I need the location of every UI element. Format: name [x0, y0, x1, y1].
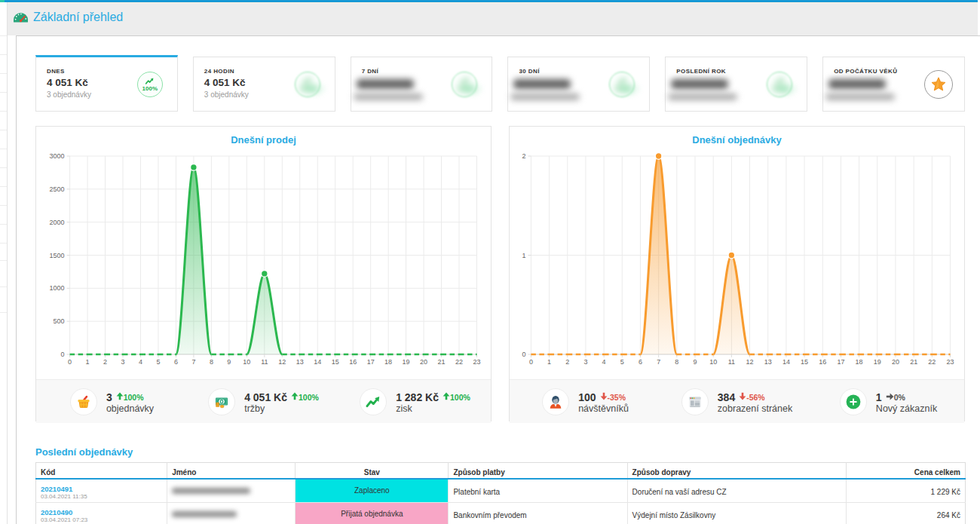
- up-arrow-icon: [443, 391, 450, 403]
- stat-card-4[interactable]: POSLEDNÍ ROK100%: [665, 57, 807, 112]
- svg-text:1: 1: [86, 358, 90, 366]
- svg-text:7: 7: [657, 358, 660, 366]
- order-code-link[interactable]: 20210490: [41, 508, 162, 516]
- svg-text:2500: 2500: [50, 185, 65, 193]
- orders-section: Poslední objednávky KódJménoStavZpůsob p…: [35, 446, 965, 524]
- chart-title: Dnešní objednávky: [510, 127, 964, 151]
- sidebar-separator: [0, 224, 7, 225]
- svg-text:10: 10: [243, 358, 250, 366]
- gauge-icon: [13, 9, 29, 23]
- svg-text:1: 1: [547, 358, 551, 366]
- orders-col-header[interactable]: Kód: [36, 463, 167, 480]
- up-arrow-icon: [291, 391, 299, 403]
- svg-text:5: 5: [156, 358, 160, 366]
- stat-value: 3: [106, 391, 112, 403]
- svg-text:6: 6: [639, 358, 642, 366]
- svg-text:15: 15: [801, 358, 808, 366]
- svg-text:19: 19: [403, 358, 410, 366]
- sidebar-separator: [0, 260, 7, 261]
- svg-text:9: 9: [227, 358, 231, 366]
- orders-col-header[interactable]: Stav: [296, 463, 449, 480]
- basket-icon: [70, 388, 97, 415]
- chart-plot: 0123456789101112131415161718192021222305…: [36, 151, 491, 379]
- svg-text:1000: 1000: [50, 284, 65, 292]
- right-arrow-icon: [886, 391, 894, 403]
- order-shipping: Výdejní místo Zásilkovny: [627, 502, 846, 524]
- stat-card-3[interactable]: 30 DNÍ100%: [507, 57, 650, 112]
- svg-text:15: 15: [332, 358, 339, 366]
- svg-text:8: 8: [210, 358, 213, 366]
- redacted-value: [671, 79, 728, 89]
- chart-title: Dnešní prodej: [36, 127, 491, 151]
- svg-text:17: 17: [367, 358, 375, 366]
- orders-title: Poslední objednávky: [35, 446, 965, 458]
- star-badge: [924, 70, 953, 99]
- svg-text:1: 1: [522, 252, 525, 259]
- stat-delta: 100%: [450, 391, 470, 403]
- sidebar-separator: [0, 205, 7, 206]
- svg-text:12: 12: [278, 358, 286, 366]
- sidebar-separator: [0, 186, 7, 187]
- sidebar-separator: [0, 73, 7, 74]
- order-payment: Platební karta: [449, 479, 627, 502]
- order-total: 264 Kč: [846, 502, 965, 524]
- svg-text:3000: 3000: [50, 152, 65, 160]
- stat-delta: 100%: [124, 391, 144, 403]
- svg-text:20: 20: [892, 358, 899, 366]
- stat-delta: -35%: [608, 391, 626, 403]
- redacted-trend-badge: 100%: [295, 72, 320, 97]
- order-total: 1 229 Kč: [846, 479, 965, 502]
- order-code-link[interactable]: 20210491: [41, 485, 162, 493]
- sidebar-separator: [0, 130, 7, 130]
- redacted-subtext: [825, 93, 895, 100]
- orders-col-header[interactable]: Způsob dopravy: [627, 463, 846, 480]
- redacted-customer-name: [172, 488, 250, 494]
- svg-text:11: 11: [728, 358, 735, 366]
- svg-text:9: 9: [693, 358, 697, 366]
- svg-text:17: 17: [837, 358, 844, 366]
- redacted-trend-badge: 100%: [767, 72, 792, 97]
- orders-table: KódJménoStavZpůsob platbyZpůsob dopravyC…: [35, 462, 966, 524]
- redacted-subtext: [668, 93, 737, 100]
- svg-text:22: 22: [455, 358, 463, 366]
- stat-card-5[interactable]: OD POČÁTKU VĚKŮ: [822, 57, 965, 112]
- svg-text:23: 23: [473, 358, 480, 366]
- sidebar-separator: [0, 243, 7, 244]
- order-customer-cell: [167, 479, 296, 502]
- svg-text:3: 3: [121, 358, 125, 366]
- sidebar-separator: [0, 92, 7, 93]
- chart-stat: 1 282 Kč 100% zisk: [339, 380, 491, 423]
- content-panel: DNES4 051 Kč3 objednávky100%24 HODIN4 05…: [16, 35, 980, 524]
- svg-text:23: 23: [946, 358, 954, 366]
- redacted-trend-badge: 100%: [452, 72, 477, 97]
- sidebar-separator: [0, 35, 7, 36]
- stat-card-2[interactable]: 7 DNÍ100%: [351, 57, 493, 112]
- stat-card-0[interactable]: DNES4 051 Kč3 objednávky100%: [35, 55, 178, 112]
- order-row[interactable]: 20210490 03.04.2021 07:23 Přijatá objedn…: [36, 502, 966, 524]
- redacted-value: [513, 79, 571, 89]
- sidebar-separator: [0, 149, 7, 149]
- order-customer-cell: [167, 502, 296, 524]
- dashboard-page: Základní přehled DNES4 051 Kč3 objednávk…: [0, 0, 980, 524]
- page-header: [8, 3, 978, 35]
- page-title: Základní přehled: [33, 11, 123, 24]
- down-arrow-icon: [600, 391, 608, 403]
- chart-stat: 100 -35% návštěvníků: [510, 380, 661, 423]
- svg-text:12: 12: [746, 358, 754, 366]
- redacted-subtext: [354, 93, 423, 100]
- orders-col-header[interactable]: Jméno: [167, 463, 296, 480]
- stat-label: tržby: [244, 403, 319, 415]
- orders-col-header[interactable]: Způsob platby: [449, 463, 627, 480]
- order-row[interactable]: 20210491 03.04.2021 11:35 Zaplaceno Plat…: [36, 479, 966, 502]
- sidebar-separator: [0, 287, 7, 287]
- collapsed-sidebar[interactable]: [0, 0, 8, 524]
- stat-value: 4 051 Kč: [244, 391, 287, 403]
- orders-col-header[interactable]: Cena celkem: [846, 463, 965, 480]
- chart-footer: 3 100% objednávky 4 051 Kč 100% tržby 1 …: [36, 379, 491, 423]
- svg-text:19: 19: [874, 358, 881, 366]
- svg-text:21: 21: [910, 358, 917, 366]
- chart-stat: 3 100% objednávky: [36, 380, 188, 423]
- badge-percent: 100%: [142, 85, 158, 92]
- svg-text:2: 2: [565, 358, 569, 366]
- stat-card-1[interactable]: 24 HODIN4 051 Kč3 objednávky100%: [193, 57, 335, 112]
